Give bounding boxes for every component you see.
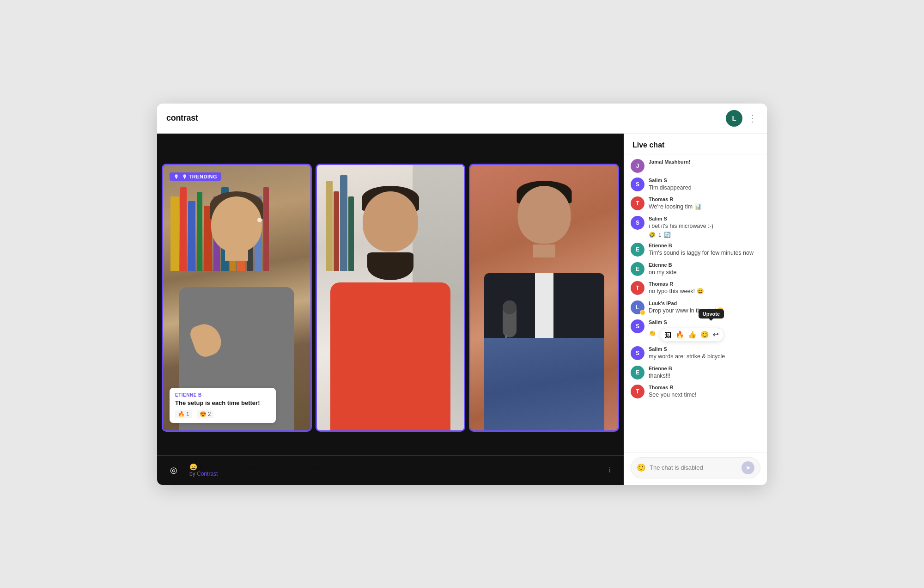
show-channel-link[interactable]: Contrast <box>197 471 218 477</box>
p1-head <box>211 196 262 252</box>
msg-body-salim3: Salim S 👏 Upvote 🖼 🔥 👍 😊 ↩ <box>649 319 760 342</box>
chat-message-etienne1: E Etienne B Tim's sound is laggy for few… <box>631 243 760 257</box>
msg-text-salim2: i bet it's his microwave :-) <box>649 222 760 231</box>
msg-avatar-luuk: L ⚡ <box>631 300 644 314</box>
msg-body-salim1: Salim S Tim disappeared <box>649 178 760 192</box>
react-fire-btn[interactable]: 🔥 <box>675 330 685 340</box>
chat-message-luuk: L ⚡ Luuk's iPad Drop your www in the cha… <box>631 300 760 315</box>
info-button[interactable]: i <box>603 464 616 477</box>
msg-author-salim2: Salim S <box>649 216 760 221</box>
msg-avatar-salim3: S <box>631 319 644 333</box>
msg-text-salim1: Tim disappeared <box>649 184 760 192</box>
msg-author-salim3: Salim S <box>649 319 760 325</box>
msg-author-thomas3: Thomas R <box>649 385 760 390</box>
p2-body <box>330 282 450 430</box>
react-reply-btn[interactable]: ↩ <box>712 330 720 340</box>
msg-author-thomas1: Thomas R <box>649 196 760 202</box>
reaction-laugh-count: 1 <box>658 232 661 238</box>
msg-body-etienne3: Etienne B thanks!!! <box>649 366 760 380</box>
person2 <box>317 165 464 430</box>
trending-label: 🎙 TRENDING <box>182 174 218 179</box>
msg-body-thomas2: Thomas R no typo this week! 😄 <box>649 281 760 296</box>
main-content: 🎙 🎙 TRENDING ETIENNE B The setup is each… <box>157 134 767 485</box>
react-thumbs-btn[interactable]: 👍 <box>687 330 698 340</box>
msg-body-salim2: Salim S i bet it's his microwave :-) 🤣 1… <box>649 216 760 239</box>
msg-text-etienne1: Tim's sound is laggy for few minutes now <box>649 249 760 257</box>
msg-author-etienne3: Etienne B <box>649 366 760 371</box>
reaction-refresh[interactable]: 🔄 <box>664 232 671 238</box>
msg-text-thomas1: We're loosing tim 📊 <box>649 203 760 211</box>
luuk-coin-icon: ⚡ <box>640 310 645 315</box>
msg-avatar-jamal: J <box>631 159 644 173</box>
p1-neck <box>225 247 248 261</box>
more-menu-button[interactable]: ⋮ <box>748 113 758 124</box>
react-smile-btn[interactable]: 😊 <box>699 330 710 340</box>
video-grid: 🎙 🎙 TRENDING ETIENNE B The setup is each… <box>157 164 624 432</box>
chat-send-button[interactable]: ➤ <box>742 461 754 474</box>
msg-avatar-thomas3: T <box>631 385 644 398</box>
trending-card: ETIENNE B The setup is each time better!… <box>170 388 276 423</box>
msg-avatar-salim4: S <box>631 346 644 360</box>
trending-card-text: The setup is each time better! <box>175 399 270 406</box>
video-cell-1: 🎙 🎙 TRENDING ETIENNE B The setup is each… <box>162 164 312 432</box>
app-window: contrast L ⋮ <box>157 104 767 485</box>
show-title: 😄 Product News March | "the gang is happ… <box>189 463 597 471</box>
user-avatar[interactable]: L <box>726 110 742 127</box>
msg-text-thomas3: See you next time! <box>649 391 760 399</box>
bottom-info-bar: ◎ 😄 Product News March | "the gang is ha… <box>157 455 624 485</box>
trending-icon: 🎙 <box>174 174 179 179</box>
msg-avatar-etienne3: E <box>631 366 644 380</box>
trending-badge: 🎙 🎙 TRENDING <box>170 172 221 181</box>
chat-message-salim4: S Salim S my words are: strike & bicycle <box>631 346 760 361</box>
chat-message-etienne2: E Etienne B on my side <box>631 262 760 277</box>
p3-head <box>517 186 571 244</box>
fire-count: 1 <box>186 411 189 417</box>
emoji-button[interactable]: 🙂 <box>637 463 646 472</box>
msg-author-luuk: Luuk's iPad <box>649 300 760 306</box>
msg-body-thomas3: Thomas R See you next time! <box>649 385 760 399</box>
p2-head <box>363 191 418 251</box>
show-info: 😄 Product News March | "the gang is happ… <box>189 463 597 477</box>
chat-message-jamal: J Jamal Mashburn! <box>631 159 760 173</box>
person3 <box>470 165 618 430</box>
show-icon-glyph: ◎ <box>170 465 177 475</box>
msg-body-etienne2: Etienne B on my side <box>649 262 760 277</box>
msg-avatar-thomas1: T <box>631 196 644 210</box>
react-image-btn[interactable]: 🖼 <box>664 330 673 340</box>
fire-icon: 🔥 <box>178 411 185 417</box>
show-by: by Contrast <box>189 471 597 477</box>
msg-author-jamal: Jamal Mashburn! <box>649 159 760 165</box>
chat-sidebar: Live chat J Jamal Mashburn! S Salim S Ti… <box>624 134 767 485</box>
msg-text-thomas2: no typo this week! 😄 <box>649 288 760 296</box>
chat-messages-list[interactable]: J Jamal Mashburn! S Salim S Tim disappea… <box>624 154 767 452</box>
msg-avatar-etienne1: E <box>631 243 644 257</box>
p2-collar <box>374 263 407 275</box>
salim3-content: 👏 Upvote 🖼 🔥 👍 😊 ↩ <box>649 326 760 342</box>
video-cell-2 <box>316 164 466 432</box>
reaction-love-btn[interactable]: 😍 2 <box>197 410 214 418</box>
chat-message-thomas3: T Thomas R See you next time! <box>631 385 760 399</box>
send-icon: ➤ <box>746 464 751 471</box>
msg-avatar-salim2: S <box>631 216 644 230</box>
chat-message-salim3: S Salim S 👏 Upvote 🖼 🔥 👍 � <box>631 319 760 342</box>
chat-message-salim2: S Salim S i bet it's his microwave :-) 🤣… <box>631 216 760 239</box>
header: contrast L ⋮ <box>157 104 767 134</box>
msg-body-jamal: Jamal Mashburn! <box>649 159 760 165</box>
chat-message-salim1: S Salim S Tim disappeared <box>631 178 760 192</box>
logo: contrast <box>166 113 198 123</box>
love-count: 2 <box>208 411 211 417</box>
msg-body-thomas1: Thomas R We're loosing tim 📊 <box>649 196 760 211</box>
chat-message-thomas1: T Thomas R We're loosing tim 📊 <box>631 196 760 211</box>
trending-card-reactions: 🔥 1 😍 2 <box>175 410 270 418</box>
reaction-fire-btn[interactable]: 🔥 1 <box>175 410 192 418</box>
msg-avatar-thomas2: T <box>631 281 644 295</box>
msg-text-salim4: my words are: strike & bicycle <box>649 353 760 361</box>
msg-body-etienne1: Etienne B Tim's sound is laggy for few m… <box>649 243 760 257</box>
love-icon: 😍 <box>200 411 207 417</box>
chat-input-field[interactable] <box>650 464 738 471</box>
reaction-icons-row: 🖼 🔥 👍 😊 ↩ <box>660 328 724 342</box>
msg-avatar-salim1: S <box>631 178 644 191</box>
msg-author-salim1: Salim S <box>649 178 760 183</box>
msg-author-etienne1: Etienne B <box>649 243 760 248</box>
video-area: 🎙 🎙 TRENDING ETIENNE B The setup is each… <box>157 134 624 485</box>
